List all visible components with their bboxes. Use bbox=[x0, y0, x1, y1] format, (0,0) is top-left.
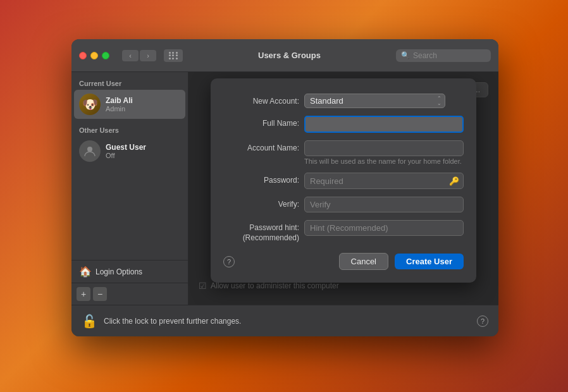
password-input[interactable] bbox=[305, 174, 447, 188]
main-panel: Change Password... ☑ Allow user to admin… bbox=[188, 72, 498, 305]
account-name-hint: This will be used as the name for your h… bbox=[304, 157, 464, 165]
close-button[interactable] bbox=[79, 52, 87, 59]
back-icon: ‹ bbox=[129, 52, 132, 59]
verify-row: Verify: bbox=[223, 197, 464, 212]
password-field[interactable]: 🔑 bbox=[304, 173, 464, 189]
avatar-guest bbox=[79, 140, 101, 162]
full-name-input[interactable] bbox=[306, 117, 462, 132]
user-info-guest: Guest User Off bbox=[106, 143, 146, 159]
verify-label: Verify: bbox=[223, 197, 299, 209]
verify-input[interactable] bbox=[305, 197, 463, 212]
current-user-label: Current User bbox=[71, 72, 188, 90]
password-hint-field[interactable] bbox=[304, 220, 464, 236]
account-type-control: Administrator Standard Managed with Pare… bbox=[304, 94, 464, 108]
key-icon: 🔑 bbox=[449, 176, 459, 186]
dialog-help-button[interactable]: ? bbox=[223, 256, 235, 267]
sidebar-item-current-user[interactable]: 🐶 Zaib Ali Admin bbox=[74, 90, 185, 119]
lock-text: Click the lock to prevent further change… bbox=[104, 317, 241, 326]
new-account-dialog: New Account: Administrator Standard Mana… bbox=[211, 78, 476, 283]
cancel-button[interactable]: Cancel bbox=[339, 253, 388, 270]
remove-user-button[interactable]: − bbox=[93, 287, 107, 301]
titlebar: ‹ › Users & Groups 🔍 bbox=[71, 39, 498, 72]
user-name-guest: Guest User bbox=[106, 143, 146, 152]
password-hint-label: Password hint: (Recommended) bbox=[223, 220, 299, 243]
search-input[interactable] bbox=[413, 51, 486, 60]
account-type-select-box: Administrator Standard Managed with Pare… bbox=[304, 94, 445, 108]
bottom-bar: 🔓 Click the lock to prevent further chan… bbox=[71, 305, 498, 336]
password-hint-row: Password hint: (Recommended) bbox=[223, 220, 464, 243]
help-icon: ? bbox=[227, 258, 231, 266]
minimize-button[interactable] bbox=[90, 52, 98, 59]
forward-button[interactable]: › bbox=[140, 50, 156, 61]
lock-icon[interactable]: 🔓 bbox=[82, 314, 97, 329]
lock-container: 🔓 Click the lock to prevent further chan… bbox=[82, 314, 241, 329]
search-box[interactable]: 🔍 bbox=[396, 49, 491, 62]
account-type-select[interactable]: Administrator Standard Managed with Pare… bbox=[304, 94, 445, 108]
password-row: Password: 🔑 bbox=[223, 173, 464, 189]
account-name-input[interactable] bbox=[305, 141, 463, 156]
sidebar: Current User 🐶 Zaib Ali Admin Other User… bbox=[71, 72, 188, 305]
user-role-zaib: Admin bbox=[106, 105, 133, 113]
users-groups-window: ‹ › Users & Groups 🔍 Current User bbox=[71, 39, 498, 336]
remove-icon: − bbox=[97, 290, 102, 298]
account-name-field[interactable] bbox=[304, 140, 464, 156]
account-type-label: New Account: bbox=[223, 94, 299, 106]
avatar-zaib: 🐶 bbox=[79, 94, 101, 115]
window-title: Users & Groups bbox=[188, 51, 391, 60]
bottom-help-button[interactable]: ? bbox=[477, 315, 488, 327]
create-user-button[interactable]: Create User bbox=[395, 254, 464, 269]
svg-point-0 bbox=[87, 147, 92, 152]
dialog-footer: ? Cancel Create User bbox=[223, 253, 464, 270]
navigation-buttons: ‹ › bbox=[122, 50, 156, 61]
add-icon: + bbox=[81, 290, 86, 298]
search-icon: 🔍 bbox=[401, 51, 410, 59]
full-name-field[interactable] bbox=[304, 116, 464, 133]
full-name-label: Full Name: bbox=[223, 116, 299, 128]
login-options-icon: 🏠 bbox=[79, 266, 92, 278]
user-info-zaib: Zaib Ali Admin bbox=[106, 96, 133, 113]
full-name-row: Full Name: bbox=[223, 116, 464, 133]
password-hint-label-main: Password hint: bbox=[223, 223, 299, 233]
other-users-label: Other Users bbox=[71, 119, 188, 137]
forward-icon: › bbox=[147, 52, 149, 59]
password-hint-label-sub: (Recommended) bbox=[223, 233, 299, 243]
window-content: Current User 🐶 Zaib Ali Admin Other User… bbox=[71, 72, 498, 305]
verify-field[interactable] bbox=[304, 197, 464, 212]
account-type-row: New Account: Administrator Standard Mana… bbox=[223, 94, 464, 108]
sidebar-item-guest[interactable]: Guest User Off bbox=[71, 137, 188, 166]
login-options-item[interactable]: 🏠 Login Options bbox=[71, 260, 188, 283]
password-hint-input[interactable] bbox=[305, 221, 463, 235]
grid-view-button[interactable] bbox=[164, 49, 183, 62]
grid-icon bbox=[169, 52, 178, 59]
fullscreen-button[interactable] bbox=[102, 52, 109, 59]
password-key-button[interactable]: 🔑 bbox=[447, 173, 462, 188]
sidebar-bottom-bar: + − bbox=[71, 283, 188, 305]
bottom-help-icon: ? bbox=[481, 317, 485, 325]
back-button[interactable]: ‹ bbox=[122, 50, 139, 61]
password-label: Password: bbox=[223, 173, 299, 185]
account-name-row: Account Name: This will be used as the n… bbox=[223, 140, 464, 165]
user-name-zaib: Zaib Ali bbox=[106, 96, 133, 105]
traffic-lights bbox=[79, 52, 109, 59]
user-role-guest: Off bbox=[106, 152, 146, 159]
add-user-button[interactable]: + bbox=[77, 287, 90, 301]
dialog-overlay: New Account: Administrator Standard Mana… bbox=[188, 72, 498, 305]
account-name-label: Account Name: bbox=[223, 140, 299, 152]
login-options-label: Login Options bbox=[96, 267, 142, 276]
